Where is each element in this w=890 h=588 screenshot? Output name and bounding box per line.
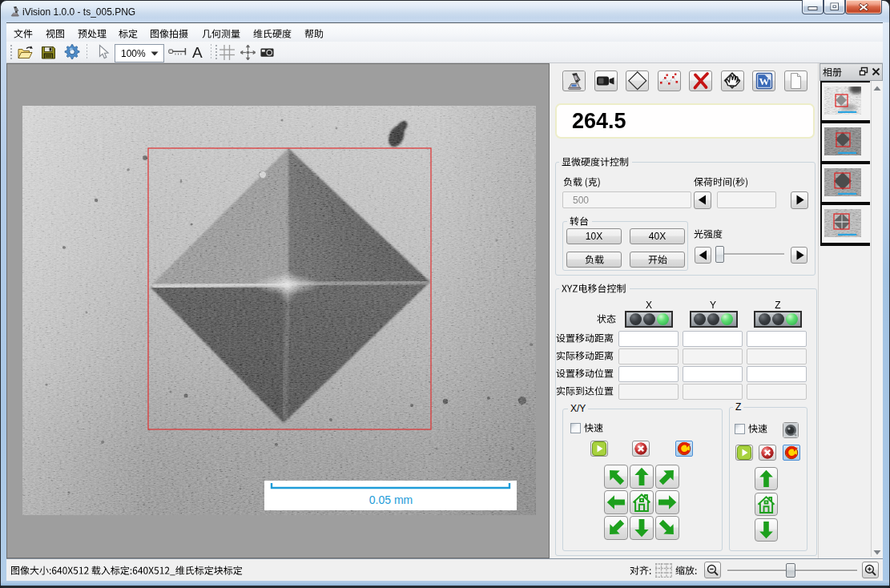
svg-text:0.05 mm: 0.05 mm (369, 493, 413, 506)
svg-text:W: W (759, 75, 769, 87)
